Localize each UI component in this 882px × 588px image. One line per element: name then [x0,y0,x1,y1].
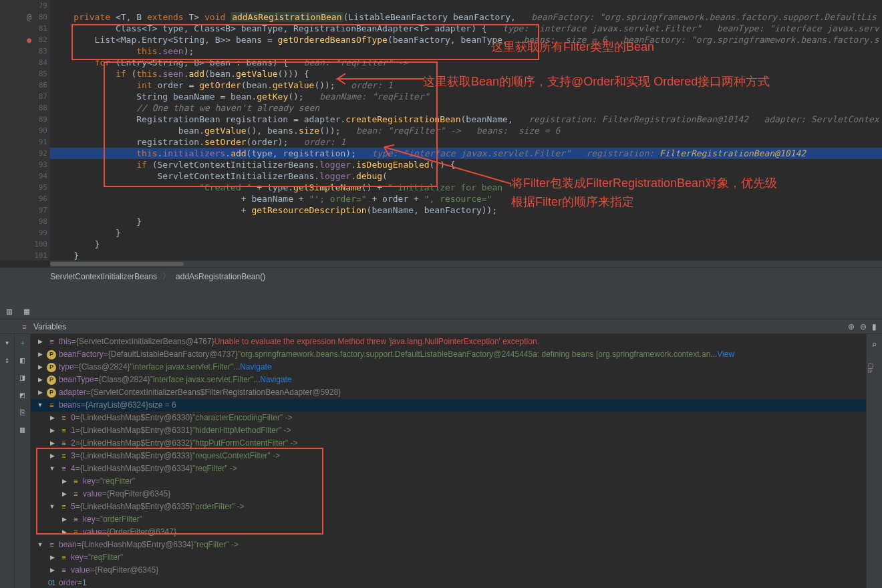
variable-row[interactable]: ▶≡3 = {LinkedHashMap$Entry@6333} "reques… [31,450,866,462]
variable-value: {LinkedHashMap$Entry@6335} [80,500,192,513]
annotation-icon: @ [27,12,31,23]
variable-row[interactable]: ▼≡5 = {LinkedHashMap$Entry@6335} "orderF… [31,500,866,513]
expand-arrow[interactable]: ▶ [36,374,44,386]
tool-icon-2[interactable]: ◨ [17,372,29,384]
variable-row[interactable]: ▶≡2 = {LinkedHashMap$Entry@6332} "httpPu… [31,437,866,450]
expand-arrow[interactable]: ▶ [48,424,56,437]
variable-row[interactable]: ▼≡beans = {ArrayList@6324} size = 6 [31,399,866,412]
variable-value: {LinkedHashMap$Entry@6334} [80,462,192,475]
filter-icon[interactable]: ▾ [1,337,13,349]
code-editor[interactable]: 79@8081●82838485868788899091929394959697… [0,0,882,261]
tool-icon-1[interactable]: ◧ [17,354,29,366]
code-line[interactable]: String beanName = bean.getKey(); beanNam… [50,91,882,102]
new-watch-icon[interactable]: ＋ [17,337,29,349]
variable-value: {LinkedHashMap$Entry@6331} [80,424,192,437]
code-line[interactable]: } [50,239,882,250]
expand-arrow[interactable]: ▼ [36,539,44,551]
code-line[interactable]: for (Entry<String, B> bean : beans) { be… [50,57,882,68]
breadcrumb-method[interactable]: addAsRegistrationBean() [176,272,265,281]
variable-string: "reqFilter" -> [194,539,239,551]
variable-link[interactable]: View [717,348,734,361]
code-line[interactable]: RegistrationBean registration = adapter.… [50,114,882,125]
variable-row[interactable]: ▶≡this = {ServletContextInitializerBeans… [31,335,866,348]
expand-arrow[interactable]: ▶ [48,564,56,577]
variable-row[interactable]: ▶PbeanType = {Class@2824} "interface jav… [31,374,866,386]
equals-sign: = [76,500,80,513]
tool-icon-3[interactable]: ◩ [17,389,29,401]
equals-sign: = [96,513,100,526]
more-icon[interactable]: ▮ [872,322,877,331]
remove-watch-icon[interactable]: ⊖ [860,322,867,331]
layout-icon[interactable]: ▥ [3,305,16,318]
variable-row[interactable]: ▶≡key = "orderFilter" [31,513,866,526]
code-line[interactable]: this.seen); [50,45,882,57]
variable-row[interactable]: ▶≡key = "reqFilter" [31,475,866,488]
variable-row[interactable]: ▶≡0 = {LinkedHashMap$Entry@6330} "charac… [31,412,866,424]
expand-arrow[interactable]: ▶ [36,335,44,348]
variable-row[interactable]: ▶PbeanFactory = {DefaultListableBeanFact… [31,348,866,361]
equals-sign: = [84,551,88,564]
tool-icon-4[interactable]: ▦ [17,424,29,436]
expand-arrow[interactable]: ▶ [36,386,44,399]
expand-arrow[interactable]: ▶ [36,361,44,374]
object-icon: ≡ [58,564,69,577]
variable-row[interactable]: ▶Padapter = {ServletContextInitializerBe… [31,386,866,399]
variable-value: {ReqFilter@6345} [95,564,159,577]
expand-arrow[interactable]: ▶ [60,513,68,526]
horizontal-scrollbar[interactable] [50,261,882,267]
variable-row[interactable]: ▼≡4 = {LinkedHashMap$Entry@6334} "reqFil… [31,462,866,475]
expand-arrow[interactable]: ▼ [36,399,44,412]
expand-arrow[interactable]: ▶ [48,551,56,564]
variable-row[interactable]: ▶≡value = {ReqFilter@6345} [31,564,866,577]
code-area[interactable]: private <T, B extends T> void addAsRegis… [50,0,882,261]
variable-row[interactable]: ▶Ptype = {Class@2824} "interface javax.s… [31,361,866,374]
expand-arrow[interactable]: ▶ [48,450,56,462]
code-line[interactable]: bean.getValue(), beans.size()); bean: "r… [50,125,882,136]
add-watch-icon[interactable]: ⊕ [848,322,855,331]
variable-row[interactable]: ▶≡value = {ReqFilter@6345} [31,488,866,500]
variable-row[interactable]: ▼≡bean = {LinkedHashMap$Entry@6334} "req… [31,539,866,551]
variable-row[interactable]: ▶≡value = {OrderFilter@6347} [31,526,866,539]
scrollbar-thumb[interactable] [50,262,184,266]
variable-row[interactable]: ▶≡key = "reqFilter" [31,551,866,564]
variable-value: {ServletContextInitializerBeans$FilterRe… [91,386,341,399]
expand-arrow[interactable]: ▼ [48,500,56,513]
expand-arrow[interactable]: ▼ [48,462,56,475]
code-line[interactable] [50,0,882,11]
search-icon[interactable]: ⌕ [867,334,882,349]
expand-arrow[interactable]: ▶ [48,437,56,450]
code-line[interactable]: } [50,227,882,239]
sort-icon[interactable]: ↕ [1,354,13,366]
right-sidebar: ⌕ Cla [866,334,882,588]
code-line[interactable]: // One that we haven't already seen [50,102,882,114]
code-line[interactable]: + getResourceDescription(beanName, beanF… [50,204,882,216]
breadcrumb-class[interactable]: ServletContextInitializerBeans [50,272,157,281]
variable-num-value: 1 [82,577,87,588]
code-line[interactable]: private <T, B extends T> void addAsRegis… [50,11,882,23]
variable-name: this [59,335,71,348]
variables-tree[interactable]: ▶≡this = {ServletContextInitializerBeans… [31,334,866,588]
variable-extra: size = 6 [148,399,176,412]
code-line[interactable]: } [50,250,882,261]
expand-arrow[interactable]: ▶ [60,488,68,500]
grid-icon[interactable]: ▦ [20,305,33,318]
equals-sign: = [76,450,80,462]
variable-row[interactable]: ▶≡1 = {LinkedHashMap$Entry@6331} "hidden… [31,424,866,437]
code-line[interactable]: List<Map.Entry<String, B>> beans = getOr… [50,34,882,45]
equals-sign: = [90,564,95,577]
variable-link[interactable]: Navigate [240,361,271,374]
code-line[interactable]: Class<T> type, Class<B> beanType, Regist… [50,23,882,34]
code-line[interactable]: registration.setOrder(order); order: 1 [50,136,882,148]
code-line[interactable]: } [50,216,882,227]
expand-arrow[interactable]: ▶ [36,348,44,361]
expand-arrow[interactable]: ▶ [60,475,68,488]
variable-string: "interface javax.servlet.Filter" [130,361,234,374]
code-line[interactable]: + beanName + "'; order=" + order + ", re… [50,193,882,204]
line-number: 94 [0,170,47,182]
expand-arrow[interactable]: ▶ [48,412,56,424]
expand-arrow[interactable]: ▶ [60,526,68,539]
variable-row[interactable]: 01order = 1 [31,577,866,588]
variable-link[interactable]: Navigate [260,374,291,386]
copy-icon[interactable]: ⎘ [17,406,29,418]
line-number: 98 [0,216,47,227]
